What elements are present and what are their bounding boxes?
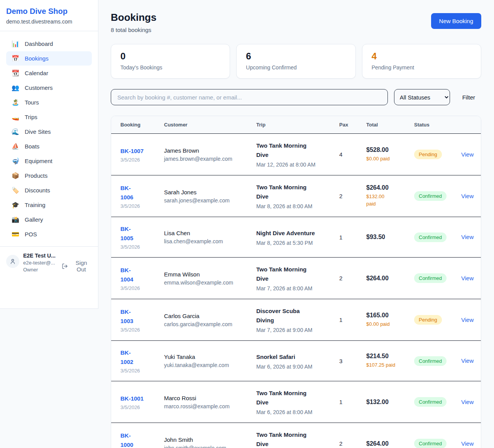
user-avatar — [6, 255, 19, 268]
sidebar-nav: 📊 Dashboard 📅 Bookings 📆 Calendar 👥 Cust… — [0, 31, 98, 244]
booking-number-link[interactable]: BK-1001 — [120, 394, 144, 403]
paid-amount: $132.00 paid — [366, 193, 414, 208]
sidebar-item-dive-sites[interactable]: 🌊 Dive Sites — [6, 125, 92, 139]
nav-item-label: Tours — [25, 99, 39, 106]
stat-card: 0 Today's Bookings — [111, 44, 230, 79]
sidebar-item-boats[interactable]: ⛵ Boats — [6, 139, 92, 153]
nav-item-label: Customers — [25, 84, 53, 91]
trip-name: Two Tank Morning Dive — [256, 265, 339, 283]
sidebar-item-discounts[interactable]: 🏷️ Discounts — [6, 183, 92, 197]
sidebar-item-pos[interactable]: 💳 POS — [6, 227, 92, 241]
table-row: BK- 1006 3/5/2026 Sarah Jones sarah.jone… — [111, 175, 481, 217]
sidebar-item-products[interactable]: 📦 Products — [6, 168, 92, 183]
nav-item-icon: 🤿 — [12, 158, 19, 164]
total-amount: $528.00 — [366, 147, 414, 153]
bookings-table: Booking Customer Trip Pax Total Status B… — [111, 116, 481, 448]
table-row: BK- 1005 3/5/2026 Lisa Chen lisa.chen@ex… — [111, 217, 481, 258]
trip-name: Night Dive Adventure — [256, 229, 339, 238]
paid-amount: $0.00 paid — [366, 321, 414, 328]
pax-count: 1 — [339, 399, 366, 405]
view-link[interactable]: View — [461, 193, 474, 199]
page-header: Bookings 8 total bookings New Booking — [111, 12, 481, 33]
filter-button[interactable]: Filter — [456, 94, 481, 101]
nav-item-label: Training — [25, 202, 46, 208]
total-amount: $214.50 — [366, 353, 414, 360]
stat-cards: 0 Today's Bookings 6 Upcoming Confirmed … — [111, 44, 481, 79]
brand-domain: demo.test.divestreams.com — [6, 19, 92, 25]
trip-name: Discover Scuba Diving — [256, 307, 339, 325]
booking-number-link[interactable]: BK- 1004 — [120, 266, 133, 284]
nav-item-icon: 💳 — [12, 231, 19, 237]
nav-item-icon: 🏷️ — [12, 187, 19, 194]
nav-item-icon: ⛵ — [12, 143, 19, 150]
trip-name: Snorkel Safari — [256, 352, 339, 362]
trip-name: Two Tank Morning Dive — [256, 389, 339, 407]
booking-number-link[interactable]: BK- 1002 — [120, 348, 133, 367]
customer-email: john.smith@example.com — [164, 445, 256, 448]
column-header-pax: Pax — [339, 116, 366, 133]
nav-item-icon: 📦 — [12, 173, 19, 179]
brand-name[interactable]: Demo Dive Shop — [6, 7, 92, 16]
filter-bar: All Statuses Filter — [111, 89, 481, 105]
status-badge: Pending — [414, 150, 442, 159]
customer-email: sarah.jones@example.com — [164, 197, 256, 204]
person-icon — [9, 258, 16, 265]
user-name: E2E Test U... — [23, 253, 58, 259]
main-content: Bookings 8 total bookings New Booking 0 … — [98, 0, 494, 448]
stat-card: 4 Pending Payment — [362, 44, 481, 79]
booking-number-link[interactable]: BK- 1000 — [120, 431, 133, 448]
trip-datetime: Mar 8, 2026 at 5:30 PM — [256, 240, 339, 246]
nav-item-label: Equipment — [25, 158, 52, 164]
booking-number-link[interactable]: BK-1007 — [120, 147, 144, 156]
booking-number-link[interactable]: BK- 1006 — [120, 184, 133, 202]
total-amount: $132.00 — [366, 399, 414, 406]
sidebar-item-training[interactable]: 🎓 Training — [6, 198, 92, 212]
trip-datetime: Mar 12, 2026 at 8:00 AM — [256, 162, 339, 168]
sidebar-item-calendar[interactable]: 📆 Calendar — [6, 66, 92, 80]
booking-date: 3/5/2026 — [120, 285, 164, 291]
trip-datetime: Mar 7, 2026 at 9:00 AM — [256, 327, 339, 333]
sidebar-item-tours[interactable]: 🏝️ Tours — [6, 95, 92, 109]
view-link[interactable]: View — [461, 440, 474, 447]
sidebar-item-bookings[interactable]: 📅 Bookings — [6, 51, 92, 66]
table-row: BK- 1004 3/5/2026 Emma Wilson emma.wilso… — [111, 258, 481, 299]
status-badge: Confirmed — [414, 356, 447, 366]
sidebar-item-customers[interactable]: 👥 Customers — [6, 81, 92, 95]
stat-value: 4 — [372, 51, 472, 62]
status-select[interactable]: All Statuses — [394, 89, 450, 105]
sign-out-button[interactable]: Sign Out — [62, 259, 92, 273]
nav-item-icon: 🌊 — [12, 129, 19, 135]
trip-datetime: Mar 7, 2026 at 8:00 AM — [256, 285, 339, 291]
new-booking-button[interactable]: New Booking — [431, 13, 481, 29]
sidebar-item-gallery[interactable]: 📸 Gallery — [6, 212, 92, 227]
booking-date: 3/5/2026 — [120, 244, 164, 250]
booking-date: 3/5/2026 — [120, 203, 164, 209]
status-badge: Pending — [414, 315, 442, 325]
customer-name: Sarah Jones — [164, 189, 256, 195]
booking-date: 3/5/2026 — [120, 368, 164, 374]
booking-number-link[interactable]: BK- 1003 — [120, 307, 133, 326]
view-link[interactable]: View — [461, 317, 474, 323]
stat-label: Today's Bookings — [120, 64, 220, 71]
nav-item-label: Trips — [25, 114, 37, 120]
customer-email: carlos.garcia@example.com — [164, 321, 256, 327]
sidebar-item-trips[interactable]: 🚤 Trips — [6, 110, 92, 124]
view-link[interactable]: View — [461, 234, 474, 240]
nav-item-icon: 📆 — [12, 70, 19, 76]
sidebar-item-dashboard[interactable]: 📊 Dashboard — [6, 37, 92, 51]
trip-name: Two Tank Morning Dive — [256, 430, 339, 448]
sidebar-item-equipment[interactable]: 🤿 Equipment — [6, 154, 92, 168]
view-link[interactable]: View — [461, 151, 474, 158]
nav-item-label: POS — [25, 231, 37, 237]
booking-number-link[interactable]: BK- 1005 — [120, 224, 133, 243]
view-link[interactable]: View — [461, 357, 474, 364]
search-input[interactable] — [111, 89, 388, 105]
paid-amount: $107.25 paid — [366, 362, 414, 369]
customer-email: yuki.tanaka@example.com — [164, 362, 256, 368]
column-header-customer: Customer — [164, 116, 256, 133]
view-link[interactable]: View — [461, 399, 474, 405]
table-row: BK- 1003 3/5/2026 Carlos Garcia carlos.g… — [111, 299, 481, 341]
view-link[interactable]: View — [461, 275, 474, 281]
nav-item-icon: 👥 — [12, 85, 19, 91]
trip-datetime: Mar 6, 2026 at 9:00 AM — [256, 364, 339, 370]
